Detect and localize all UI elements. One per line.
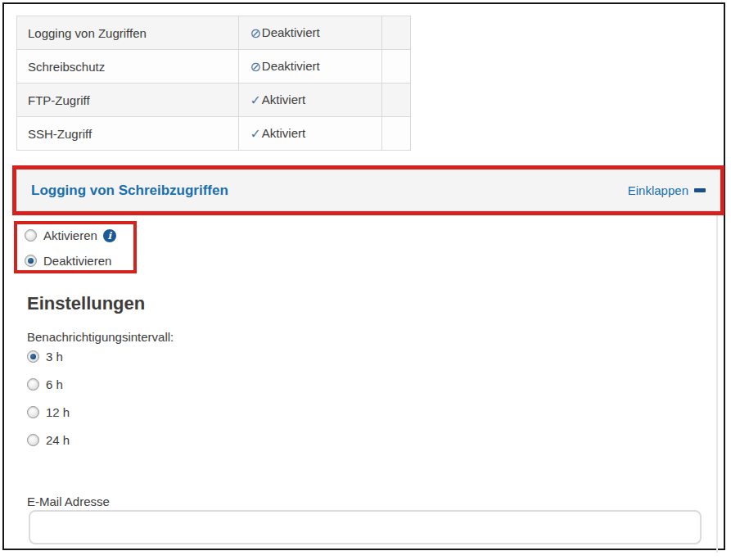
info-icon[interactable]: [103, 229, 116, 242]
check-icon: ✓: [250, 93, 260, 108]
collapse-button[interactable]: Einklappen: [628, 183, 706, 197]
email-label: E-Mail Adresse: [27, 495, 110, 508]
radio-3h-label[interactable]: 3 h: [46, 350, 63, 364]
radio-row-deaktivieren[interactable]: Deaktivieren: [25, 254, 116, 268]
radio-interval-24h[interactable]: [27, 434, 39, 446]
radio-6h-label[interactable]: 6 h: [46, 377, 63, 391]
table-row: Schreibschutz ⊘Deaktiviert: [17, 50, 411, 84]
radio-row-3h[interactable]: 3 h: [27, 350, 70, 364]
logging-toggle-group: Aktivieren Deaktivieren: [25, 228, 116, 268]
table-row: Logging von Zugriffen ⊘Deaktiviert: [17, 16, 411, 50]
radio-row-12h[interactable]: 12 h: [27, 405, 70, 419]
minus-icon[interactable]: [694, 188, 706, 192]
radio-aktivieren-label[interactable]: Aktivieren: [43, 228, 97, 242]
radio-interval-12h[interactable]: [27, 406, 39, 418]
panel-right-edge: [716, 215, 718, 553]
status-text: Aktiviert: [262, 93, 305, 106]
row-status: ⊘Deaktiviert: [239, 16, 382, 50]
interval-radio-group: 3 h 6 h 12 h 24 h: [27, 350, 70, 447]
window-frame: Logging von Zugriffen ⊘Deaktiviert Schre…: [2, 2, 725, 550]
row-label: Logging von Zugriffen: [17, 16, 239, 50]
row-status: ⊘Deaktiviert: [239, 50, 382, 84]
row-label: SSH-Zugriff: [17, 117, 239, 151]
section-header: Logging von Schreibzugriffen Einklappen: [16, 169, 720, 211]
radio-row-aktivieren[interactable]: Aktivieren: [25, 228, 116, 242]
row-status: ✓Aktiviert: [239, 117, 382, 151]
blocked-icon: ⊘: [250, 59, 260, 75]
check-icon: ✓: [250, 126, 260, 142]
row-status: ✓Aktiviert: [239, 84, 382, 117]
table-row: SSH-Zugriff ✓Aktiviert: [17, 117, 411, 151]
row-extra-cell: [382, 50, 411, 84]
email-input[interactable]: [29, 510, 702, 544]
annotation-box-section-header: Logging von Schreibzugriffen Einklappen: [12, 165, 724, 215]
access-status-table: Logging von Zugriffen ⊘Deaktiviert Schre…: [16, 16, 411, 151]
radio-row-6h[interactable]: 6 h: [27, 377, 70, 391]
radio-interval-3h[interactable]: [27, 350, 39, 363]
table-row: FTP-Zugriff ✓Aktiviert: [17, 84, 411, 117]
status-text: Deaktiviert: [262, 59, 320, 73]
radio-aktivieren[interactable]: [25, 229, 37, 242]
radio-interval-6h[interactable]: [27, 378, 39, 391]
interval-label: Benachrichtigungsintervall:: [27, 330, 174, 344]
collapse-label[interactable]: Einklappen: [628, 183, 688, 197]
radio-row-24h[interactable]: 24 h: [27, 433, 70, 447]
settings-heading: Einstellungen: [27, 293, 145, 314]
radio-12h-label[interactable]: 12 h: [46, 405, 70, 419]
row-extra-cell: [382, 84, 411, 117]
section-title: Logging von Schreibzugriffen: [31, 183, 228, 199]
row-label: Schreibschutz: [17, 50, 239, 84]
blocked-icon: ⊘: [250, 25, 260, 41]
status-text: Deaktiviert: [262, 25, 320, 39]
row-label: FTP-Zugriff: [17, 84, 239, 117]
radio-deaktivieren[interactable]: [25, 255, 37, 267]
radio-deaktivieren-label[interactable]: Deaktivieren: [43, 254, 111, 268]
radio-24h-label[interactable]: 24 h: [46, 433, 70, 447]
row-extra-cell: [382, 117, 411, 151]
row-extra-cell: [382, 16, 411, 50]
status-text: Aktiviert: [262, 126, 305, 140]
